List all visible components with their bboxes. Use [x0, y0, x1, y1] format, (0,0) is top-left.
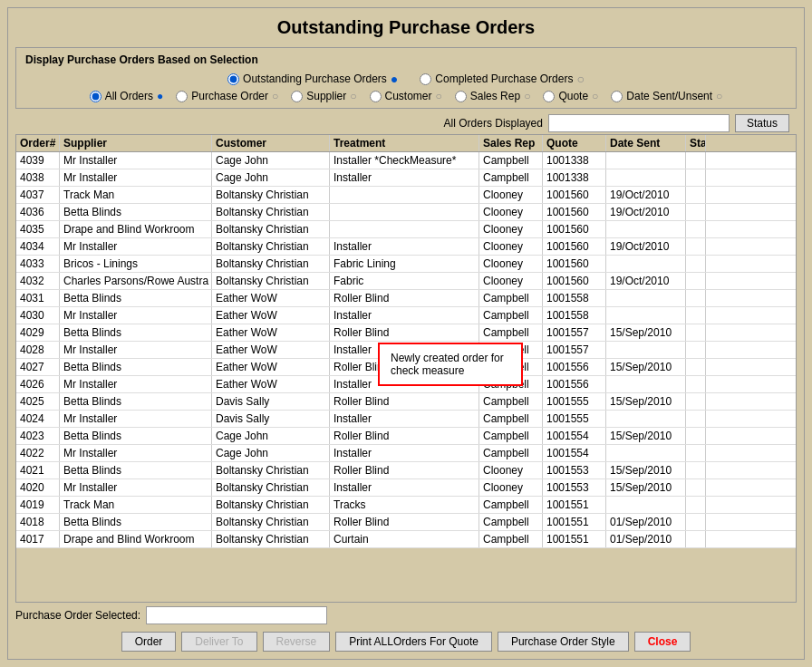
table-cell: Cage John: [212, 445, 330, 461]
table-row[interactable]: 4018Betta BlindsBoltansky ChristianRolle…: [16, 514, 796, 531]
status-button[interactable]: Status: [735, 114, 789, 132]
filter-all-orders[interactable]: All Orders ●: [90, 90, 164, 102]
table-cell: [686, 152, 706, 169]
table-row[interactable]: 4022Mr InstallerCage JohnInstallerCampbe…: [16, 445, 796, 462]
table-row[interactable]: 4037Track ManBoltansky ChristianClooney1…: [16, 187, 796, 204]
table-cell: [330, 204, 479, 220]
table-row[interactable]: 4035Drape and Blind WorkroomBoltansky Ch…: [16, 221, 796, 238]
table-cell: Boltansky Christian: [212, 187, 330, 203]
filter-supplier[interactable]: Supplier ○: [291, 90, 356, 102]
table-cell: Track Man: [60, 497, 212, 513]
table-cell: Drape and Blind Workroom: [60, 531, 212, 547]
po-style-button[interactable]: Purchase Order Style: [498, 632, 629, 652]
table-cell: Mr Installer: [60, 152, 212, 169]
table-cell: [606, 307, 686, 324]
filter-sales-rep[interactable]: Sales Rep ○: [455, 90, 531, 102]
po-selected-input[interactable]: [146, 606, 327, 624]
all-orders-input[interactable]: [548, 114, 730, 132]
table-cell: Roller Blind: [330, 290, 479, 306]
table-cell: Installer: [330, 479, 479, 496]
table-cell: Clooney: [479, 479, 543, 496]
table-cell: 1001556: [543, 376, 606, 392]
table-row[interactable]: 4032Charles Parsons/Rowe AustraBoltansky…: [16, 273, 796, 290]
outstanding-orders-option[interactable]: Outstanding Purchase Orders ●: [227, 72, 398, 86]
close-button[interactable]: Close: [634, 632, 691, 652]
main-container: Outstanding Purchase Orders Display Purc…: [7, 7, 805, 660]
table-cell: Fabric Lining: [330, 256, 479, 272]
table-cell: [330, 187, 479, 203]
table-cell: Boltansky Christian: [212, 273, 330, 289]
table-cell: Tracks: [330, 497, 479, 513]
table-cell: [606, 221, 686, 237]
table-row[interactable]: 4038Mr InstallerCage JohnInstallerCampbe…: [16, 169, 796, 187]
completed-orders-radio[interactable]: [420, 73, 431, 85]
table-cell: [686, 514, 706, 530]
table-cell: Roller Blind: [330, 514, 479, 530]
table-cell: Installer: [330, 411, 479, 427]
filter-date-sent-unsent[interactable]: Date Sent/Unsent ○: [611, 90, 722, 102]
table-row[interactable]: 4039Mr InstallerCage JohnInstaller *Chec…: [16, 152, 796, 169]
table-row[interactable]: 4017Drape and Blind WorkroomBoltansky Ch…: [16, 531, 796, 548]
table-cell: 1001554: [543, 445, 606, 461]
filter-purchase-order[interactable]: Purchase Order ○: [176, 90, 278, 102]
table-row[interactable]: 4023Betta BlindsCage JohnRoller BlindCam…: [16, 428, 796, 445]
table-cell: 1001551: [543, 531, 606, 547]
table-cell: [686, 376, 706, 392]
table-cell: [606, 411, 686, 427]
table-cell: Betta Blinds: [60, 324, 212, 341]
table-row[interactable]: 4036Betta BlindsBoltansky ChristianCloon…: [16, 204, 796, 221]
filter-quote[interactable]: Quote ○: [543, 90, 598, 102]
header-customer: Customer: [212, 135, 330, 151]
table-cell: Installer: [330, 445, 479, 461]
table-row[interactable]: 4024Mr InstallerDavis SallyInstallerCamp…: [16, 411, 796, 428]
table-cell: Davis Sally: [212, 393, 330, 410]
all-orders-row: All Orders Displayed Status: [15, 114, 797, 132]
selection-box-label: Display Purchase Orders Based on Selecti…: [25, 53, 787, 66]
table-cell: [686, 238, 706, 255]
table-cell: [606, 497, 686, 513]
filter-customer[interactable]: Customer ○: [370, 90, 442, 102]
table-cell: 1001557: [543, 342, 606, 358]
table-row[interactable]: 4029Betta BlindsEather WoWRoller BlindCa…: [16, 324, 796, 342]
table-row[interactable]: 4034Mr InstallerBoltansky ChristianInsta…: [16, 238, 796, 256]
table-cell: Mr Installer: [60, 445, 212, 461]
table-row[interactable]: 4033Bricos - LiningsBoltansky ChristianF…: [16, 256, 796, 273]
table-cell: 4017: [16, 531, 60, 547]
table-cell: Installer: [330, 169, 479, 186]
table-cell: 4037: [16, 187, 60, 203]
table-cell: Betta Blinds: [60, 290, 212, 306]
deliver-to-button[interactable]: Deliver To: [181, 632, 256, 652]
table-row[interactable]: 4019Track ManBoltansky ChristianTracksCa…: [16, 497, 796, 514]
reverse-button[interactable]: Reverse: [263, 632, 331, 652]
table-cell: 1001560: [543, 221, 606, 237]
table-row[interactable]: 4021Betta BlindsBoltansky ChristianRolle…: [16, 462, 796, 479]
table-row[interactable]: 4030Mr InstallerEather WoWInstallerCampb…: [16, 307, 796, 324]
table-row[interactable]: 4031Betta BlindsEather WoWRoller BlindCa…: [16, 290, 796, 307]
completed-orders-label: Completed Purchase Orders: [435, 72, 573, 85]
table-cell: 4031: [16, 290, 60, 306]
print-all-button[interactable]: Print ALLOrders For Quote: [335, 632, 492, 652]
table-cell: 15/Sep/2010: [606, 324, 686, 341]
table-cell: [330, 221, 479, 237]
table-cell: 1001558: [543, 290, 606, 306]
table-cell: 1001554: [543, 428, 606, 444]
table-cell: 4039: [16, 152, 60, 169]
table-cell: [686, 324, 706, 341]
table-row[interactable]: 4020Mr InstallerBoltansky ChristianInsta…: [16, 479, 796, 497]
header-date-sent: Date Sent: [606, 135, 686, 151]
table-cell: [606, 169, 686, 186]
outstanding-orders-radio[interactable]: [227, 73, 239, 85]
table-cell: Installer: [330, 238, 479, 255]
table-cell: Curtain: [330, 531, 479, 547]
table-cell: Track Man: [60, 187, 212, 203]
table-row[interactable]: 4025Betta BlindsDavis SallyRoller BlindC…: [16, 393, 796, 411]
table-cell: Boltansky Christian: [212, 256, 330, 272]
table-cell: Mr Installer: [60, 376, 212, 392]
table-cell: [606, 342, 686, 358]
po-selected-row: Purchase Order Selected:: [15, 606, 797, 624]
completed-orders-option[interactable]: Completed Purchase Orders ○: [420, 72, 585, 86]
table-cell: Clooney: [479, 273, 543, 289]
order-button[interactable]: Order: [121, 632, 177, 652]
table-cell: 4018: [16, 514, 60, 530]
table-cell: Boltansky Christian: [212, 221, 330, 237]
